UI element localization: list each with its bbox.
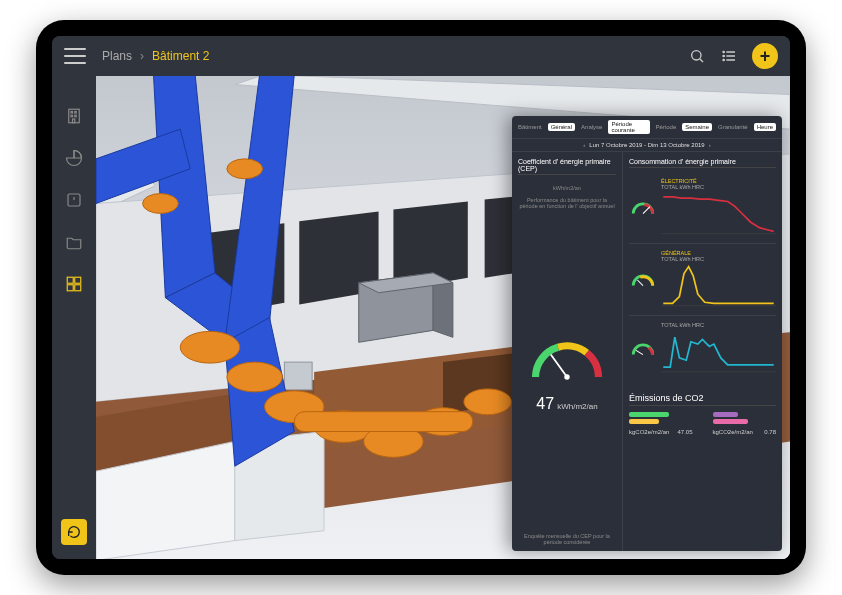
cep-value: 47 kWh/m2/an bbox=[536, 395, 597, 413]
line-chart-general bbox=[661, 262, 776, 308]
co2-title: Émissions de CO2 bbox=[629, 393, 776, 406]
menu-icon[interactable] bbox=[64, 48, 86, 64]
co2-left-value: 47.05 bbox=[677, 429, 692, 435]
conso-row-tertiary: TOTAL kWh HRC bbox=[629, 322, 776, 381]
svg-rect-18 bbox=[75, 277, 81, 283]
breadcrumb-root[interactable]: Plans bbox=[102, 49, 132, 63]
cep-gauge bbox=[522, 329, 612, 389]
topbar: Plans › Bâtiment 2 + bbox=[52, 36, 790, 76]
list-icon[interactable] bbox=[720, 47, 738, 65]
svg-point-46 bbox=[227, 362, 283, 392]
search-icon[interactable] bbox=[688, 47, 706, 65]
conso-title: Consommation d' énergie primaire bbox=[629, 158, 776, 168]
filter-label-analyse: Analyse bbox=[581, 124, 602, 130]
co2-bar bbox=[713, 419, 748, 424]
app-screen: Plans › Bâtiment 2 + bbox=[52, 36, 790, 559]
mini-gauge-icon bbox=[629, 339, 657, 359]
svg-point-45 bbox=[180, 331, 239, 363]
date-prev-icon[interactable]: ‹ bbox=[583, 142, 585, 148]
cep-sub1: kWh/m2/an bbox=[518, 185, 616, 191]
svg-rect-20 bbox=[75, 285, 81, 291]
svg-point-7 bbox=[723, 59, 724, 60]
svg-rect-19 bbox=[67, 285, 73, 291]
cep-number: 47 bbox=[536, 395, 554, 413]
breadcrumb: Plans › Bâtiment 2 bbox=[102, 49, 209, 63]
svg-rect-54 bbox=[294, 412, 472, 432]
date-range: Lun 7 Octobre 2019 - Dim 13 Octobre 2019 bbox=[589, 142, 704, 148]
svg-point-56 bbox=[564, 374, 569, 379]
filter-label-periode: Période bbox=[656, 124, 677, 130]
cep-unit: kWh/m2/an bbox=[557, 402, 597, 411]
svg-rect-11 bbox=[71, 112, 73, 114]
co2-bar-right: kgCO2e/m2/an 0.78 bbox=[713, 412, 777, 435]
layout-icon[interactable] bbox=[64, 274, 84, 294]
model-viewport[interactable]: Bâtiment Général Analyse Période courant… bbox=[96, 76, 790, 559]
co2-right-value: 0.78 bbox=[764, 429, 776, 435]
co2-right-label: kgCO2e/m2/an bbox=[713, 429, 753, 435]
cep-sub2: Performance du bâtiment pour la période … bbox=[518, 197, 616, 209]
co2-left-label: kgCO2e/m2/an bbox=[629, 429, 669, 435]
filter-granularite[interactable]: Heure bbox=[754, 123, 776, 131]
conso-row-elec: ÉLECTRICITÉ TOTAL kWh HRC bbox=[629, 178, 776, 244]
svg-line-57 bbox=[643, 206, 650, 213]
svg-point-6 bbox=[723, 55, 724, 56]
svg-rect-14 bbox=[75, 115, 77, 117]
folder-icon[interactable] bbox=[64, 232, 84, 252]
breadcrumb-current[interactable]: Bâtiment 2 bbox=[152, 49, 209, 63]
co2-bar bbox=[713, 412, 738, 417]
conso-row-general: GÉNÉRALE TOTAL kWh HRC bbox=[629, 250, 776, 316]
filter-batiment[interactable]: Général bbox=[548, 123, 575, 131]
svg-rect-39 bbox=[284, 362, 312, 390]
svg-point-5 bbox=[723, 51, 724, 52]
co2-bar bbox=[629, 419, 659, 424]
tablet-frame: Plans › Bâtiment 2 + bbox=[36, 20, 806, 575]
svg-line-1 bbox=[700, 59, 703, 62]
filter-periode[interactable]: Semaine bbox=[682, 123, 712, 131]
line-chart-elec bbox=[661, 190, 776, 236]
date-next-icon[interactable]: › bbox=[709, 142, 711, 148]
cep-footnote: Enquête mensuelle du CEP pour la période… bbox=[518, 533, 616, 545]
sidebar bbox=[52, 76, 96, 559]
svg-rect-13 bbox=[71, 115, 73, 117]
date-nav: ‹ Lun 7 Octobre 2019 - Dim 13 Octobre 20… bbox=[512, 139, 782, 152]
chevron-right-icon: › bbox=[140, 49, 144, 63]
filter-label-granularite: Granularité bbox=[718, 124, 748, 130]
co2-bar bbox=[629, 412, 669, 417]
mini-gauge-icon bbox=[629, 270, 657, 290]
add-button[interactable]: + bbox=[752, 43, 778, 69]
main: Bâtiment Général Analyse Période courant… bbox=[52, 76, 790, 559]
svg-rect-8 bbox=[69, 109, 80, 123]
svg-rect-15 bbox=[73, 119, 75, 123]
cep-title: Coefficient d' énergie primaire (CEP) bbox=[518, 158, 616, 175]
svg-line-55 bbox=[551, 355, 567, 378]
svg-point-53 bbox=[143, 194, 179, 214]
co2-section: Émissions de CO2 kgCO2e/m2/an 47.05 bbox=[629, 387, 776, 441]
exit-icon[interactable] bbox=[64, 190, 84, 210]
pie-chart-icon[interactable] bbox=[64, 148, 84, 168]
svg-line-59 bbox=[637, 280, 643, 286]
svg-line-61 bbox=[636, 350, 643, 354]
co2-bar-left: kgCO2e/m2/an 47.05 bbox=[629, 412, 693, 435]
panel-filters: Bâtiment Général Analyse Période courant… bbox=[512, 116, 782, 139]
filter-analyse[interactable]: Période courante bbox=[608, 120, 649, 134]
building-icon[interactable] bbox=[64, 106, 84, 126]
refresh-button[interactable] bbox=[61, 519, 87, 545]
mini-gauge-icon bbox=[629, 198, 657, 218]
svg-rect-17 bbox=[67, 277, 73, 283]
panel-col-conso: Consommation d' énergie primaire ÉLECTRI… bbox=[623, 152, 782, 551]
filter-label-batiment: Bâtiment bbox=[518, 124, 542, 130]
svg-point-52 bbox=[227, 159, 263, 179]
svg-point-51 bbox=[464, 389, 512, 415]
panel-col-cep: Coefficient d' énergie primaire (CEP) kW… bbox=[512, 152, 623, 551]
svg-point-0 bbox=[692, 51, 701, 60]
line-chart-tertiary bbox=[661, 328, 776, 374]
energy-panel: Bâtiment Général Analyse Période courant… bbox=[512, 116, 782, 551]
svg-rect-12 bbox=[75, 112, 77, 114]
